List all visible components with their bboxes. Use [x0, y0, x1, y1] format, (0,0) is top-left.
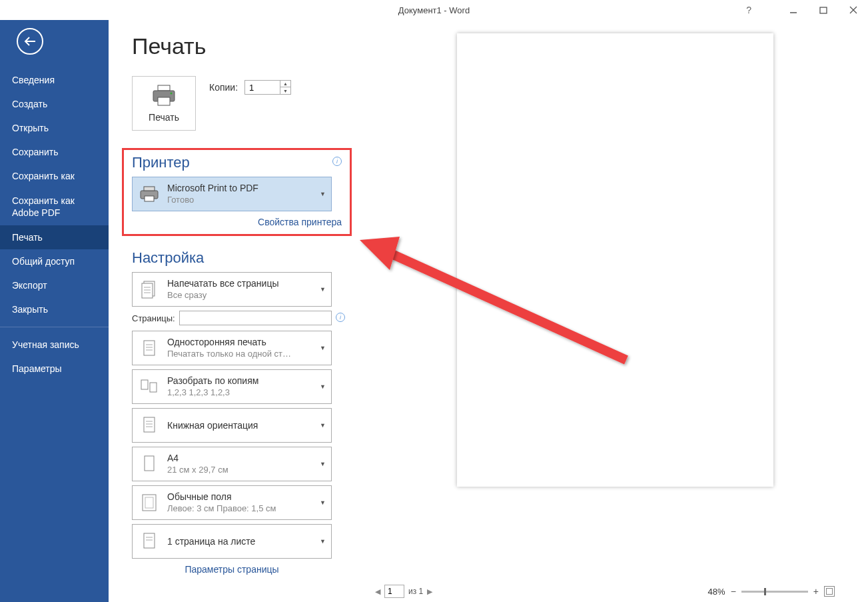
copies-up[interactable]: ▲ [280, 81, 290, 87]
zoom-controls: 48% − + [708, 586, 835, 597]
printer-name: Microsoft Print to PDF [167, 182, 313, 194]
zoom-percentage: 48% [708, 587, 725, 597]
sidebar-item-share[interactable]: Общий доступ [0, 249, 109, 273]
pages-per-sheet-selector[interactable]: 1 страница на листе ▼ [132, 524, 332, 559]
sidebar-item-options[interactable]: Параметры [0, 357, 109, 381]
svg-rect-5 [158, 85, 170, 91]
settings-heading: Настройка [132, 249, 362, 267]
pages-input[interactable] [179, 311, 332, 325]
svg-rect-1 [820, 7, 827, 13]
print-button[interactable]: Печать [132, 76, 196, 131]
sidebar-item-open[interactable]: Открыть [0, 116, 109, 140]
printer-heading: Принтер i [132, 154, 342, 171]
copies-value: 1 [245, 83, 280, 93]
back-button[interactable] [17, 28, 43, 55]
printer-properties-link[interactable]: Свойства принтера [132, 217, 342, 227]
info-icon[interactable]: i [332, 157, 342, 166]
collate-icon [139, 377, 159, 396]
window-controls [778, 0, 868, 20]
printer-icon [150, 84, 178, 108]
window-title: Документ1 - Word [398, 5, 470, 15]
page-preview [457, 33, 773, 487]
copies-label: Копии: [209, 82, 238, 93]
svg-rect-30 [144, 533, 155, 548]
sidebar-item-print[interactable]: Печать [0, 225, 109, 249]
sidebar-item-close[interactable]: Закрыть [0, 297, 109, 321]
minimize-button[interactable] [778, 0, 808, 20]
printer-device-icon [139, 185, 160, 203]
one-sided-icon [140, 338, 159, 358]
sidebar-item-saveas[interactable]: Сохранить как [0, 164, 109, 188]
copies-down[interactable]: ▼ [280, 87, 290, 94]
arrow-left-icon [23, 34, 37, 49]
svg-rect-7 [158, 97, 170, 105]
pages-icon [140, 279, 159, 299]
paper-size-selector[interactable]: A4 21 см x 29,7 см ▼ [132, 447, 332, 481]
print-button-label: Печать [149, 112, 179, 123]
chevron-down-icon: ▼ [320, 461, 326, 467]
printer-status: Готово [167, 195, 313, 206]
orientation-selector[interactable]: Книжная ориентация ▼ [132, 408, 332, 443]
sides-selector[interactable]: Односторонняя печать Печатать только на … [132, 331, 332, 365]
prev-page-button[interactable]: ◀ [375, 587, 380, 596]
chevron-down-icon: ▼ [320, 538, 326, 545]
page-number-input[interactable] [384, 585, 404, 598]
sidebar-item-saveas-pdf[interactable]: Сохранить как Adobe PDF [0, 188, 109, 225]
sidebar-separator [0, 327, 109, 327]
svg-rect-11 [145, 196, 154, 201]
svg-point-8 [171, 93, 173, 95]
margins-selector[interactable]: Обычные поля Левое: 3 см Правое: 1,5 см … [132, 485, 332, 520]
svg-rect-27 [145, 456, 154, 471]
page-setup-link[interactable]: Параметры страницы [132, 564, 332, 575]
margins-icon [141, 493, 158, 513]
svg-rect-10 [144, 187, 155, 191]
portrait-icon [141, 415, 157, 435]
close-button[interactable] [838, 0, 868, 20]
chevron-down-icon: ▼ [320, 499, 326, 506]
svg-rect-21 [141, 380, 148, 389]
chevron-down-icon: ▼ [320, 383, 326, 390]
info-icon[interactable]: i [336, 313, 345, 322]
collate-selector[interactable]: Разобрать по копиям 1,2,3 1,2,3 1,2,3 ▼ [132, 369, 332, 404]
page-count-label: из 1 [408, 587, 423, 596]
chevron-down-icon: ▼ [320, 345, 326, 351]
printer-selector[interactable]: Microsoft Print to PDF Готово ▼ [132, 177, 332, 211]
chevron-down-icon: ▼ [320, 422, 326, 429]
chevron-down-icon: ▼ [320, 286, 326, 293]
sidebar-item-account[interactable]: Учетная запись [0, 333, 109, 357]
svg-rect-17 [144, 341, 155, 355]
settings-section: Настройка Напечатать все страницы Все ср… [132, 249, 362, 575]
zoom-slider[interactable] [741, 591, 808, 593]
print-settings-panel: Печать Печать Копии: 1 [109, 20, 362, 602]
svg-rect-22 [150, 383, 157, 392]
per-sheet-icon [141, 531, 157, 551]
sidebar-item-save[interactable]: Сохранить [0, 140, 109, 164]
copies-input[interactable]: 1 ▲ ▼ [244, 80, 291, 95]
svg-rect-13 [142, 283, 153, 298]
next-page-button[interactable]: ▶ [427, 587, 432, 596]
pages-label: Страницы: [132, 313, 175, 323]
backstage-sidebar: Сведения Создать Открыть Сохранить Сохра… [0, 20, 109, 602]
sidebar-item-new[interactable]: Создать [0, 92, 109, 116]
preview-panel: ◀ из 1 ▶ 48% − + [362, 20, 868, 602]
page-title: Печать [132, 33, 362, 59]
paper-icon [141, 454, 157, 474]
sidebar-item-export[interactable]: Экспорт [0, 273, 109, 297]
svg-rect-23 [144, 417, 155, 432]
help-icon[interactable]: ? [746, 5, 751, 15]
print-range-selector[interactable]: Напечатать все страницы Все сразу ▼ [132, 272, 332, 307]
titlebar: Документ1 - Word ? [0, 0, 868, 20]
page-navigator: ◀ из 1 ▶ [375, 585, 432, 598]
maximize-button[interactable] [808, 0, 838, 20]
zoom-in-button[interactable]: + [813, 586, 819, 597]
chevron-down-icon: ▼ [320, 191, 326, 197]
sidebar-item-info[interactable]: Сведения [0, 68, 109, 92]
zoom-out-button[interactable]: − [731, 586, 736, 597]
printer-section: Принтер i Microsoft Print to PDF Готово [122, 148, 352, 236]
zoom-fit-button[interactable] [824, 586, 835, 597]
